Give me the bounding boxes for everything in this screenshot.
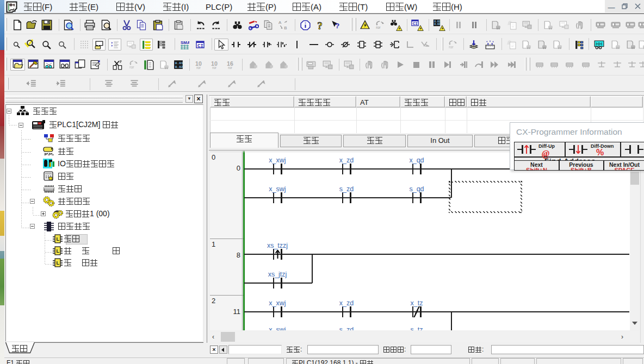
svg-text:L: L [57, 248, 60, 254]
svg-text:L: L [57, 260, 60, 266]
svg-text:L: L [57, 236, 60, 242]
